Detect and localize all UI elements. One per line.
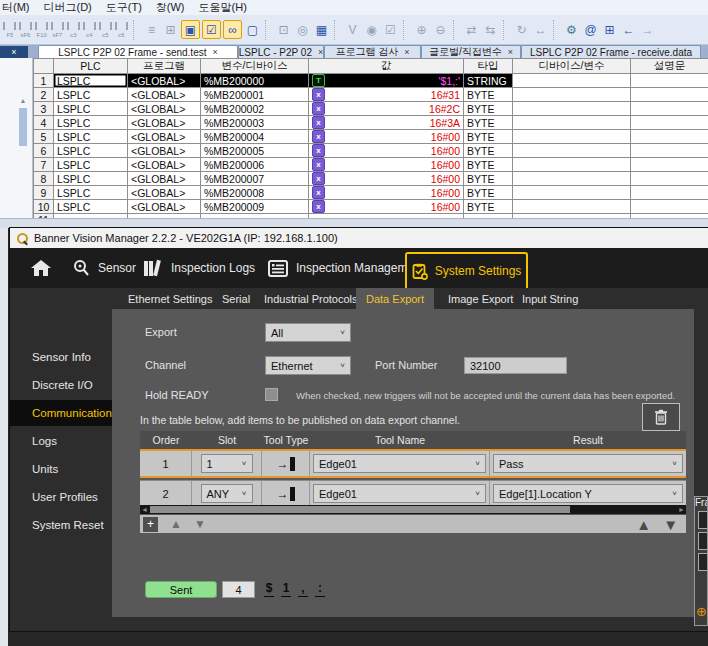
payload-char: 1 <box>281 581 291 597</box>
nav-sensor[interactable]: Sensor <box>72 256 136 280</box>
chart-icon[interactable]: ▦ <box>313 21 330 38</box>
add-row-button[interactable]: + <box>143 517 158 532</box>
menu-window[interactable]: 창(W) <box>156 0 185 15</box>
channel-select[interactable]: Ethernet˅ <box>265 356 351 375</box>
contact-v-icon[interactable]: V <box>344 21 361 38</box>
sidebar-item-logs[interactable]: Logs <box>10 428 122 454</box>
toolbar-fkey-button[interactable]: sF6 <box>18 22 33 38</box>
table-icon[interactable]: ⊞ <box>601 21 618 38</box>
slot-select[interactable]: 1˅ <box>201 454 253 473</box>
toolbar-fkey-button[interactable]: F10 <box>34 22 49 38</box>
frame-icon[interactable]: ▢ <box>244 21 261 38</box>
nav-inspection-management[interactable]: Inspection Management <box>268 256 424 280</box>
scroll-right-icon[interactable]: ► <box>677 505 686 514</box>
gear-icon[interactable]: ⚙ <box>563 21 580 38</box>
grid-icon[interactable]: ⊞ <box>162 21 179 38</box>
menu-help[interactable]: 도움말(H) <box>199 0 247 15</box>
tab-p2p-02[interactable]: LSPLC - P2P 02× <box>238 45 324 58</box>
nav-home[interactable] <box>30 256 52 280</box>
app-magnifier-icon <box>16 232 28 244</box>
clipped-button[interactable] <box>698 511 708 529</box>
sidebar-item-system-reset[interactable]: System Reset <box>10 512 122 538</box>
clipboard-icon[interactable]: ⊡ <box>275 21 292 38</box>
table-row: 6 LSPLC <GLOBAL> %MB200005 x16#00 BYTE <box>34 144 708 158</box>
scroll-up-icon[interactable]: ▲ <box>19 96 27 106</box>
result-select[interactable]: Pass˅ <box>493 454 683 473</box>
sidebar-item-communications[interactable]: Communications <box>10 400 126 426</box>
menu-tools[interactable]: 도구(T) <box>106 0 142 15</box>
tab-global-vars[interactable]: 글로벌/직접변수× <box>421 45 521 58</box>
close-icon[interactable]: × <box>404 47 409 57</box>
swap-alt-icon[interactable]: ⇆ <box>482 21 499 38</box>
tool-name-select[interactable]: Edge01˅ <box>313 484 486 503</box>
toolbar-fkey-button[interactable]: c6 <box>114 22 129 38</box>
toolbar-fkey-button[interactable]: c5 <box>98 22 113 38</box>
scroll-up-button[interactable]: ▲ <box>636 516 651 533</box>
zoom-out-icon[interactable]: ⊖ <box>432 21 449 38</box>
scroll-down-button[interactable]: ▼ <box>663 516 678 533</box>
scrollbar-thumb[interactable] <box>19 108 27 146</box>
col-plc: PLC <box>54 59 128 74</box>
tool-name-select[interactable]: Edge01˅ <box>313 454 486 473</box>
close-icon[interactable]: × <box>212 47 217 57</box>
forward-icon[interactable]: → <box>639 21 656 38</box>
close-icon[interactable]: × <box>508 47 513 57</box>
monitor-check-icon[interactable]: ☑ <box>202 20 221 39</box>
export-row-2[interactable]: 2 ANY˅ → Edge01˅ Edge[1].Location Y˅ <box>140 480 686 507</box>
toolbar-fkey-button[interactable]: c3 <box>66 22 81 38</box>
swap-icon[interactable]: ⇄ <box>463 21 480 38</box>
port-number-input[interactable]: 32100 <box>464 357 567 374</box>
toolbar-fkey-button[interactable]: F5 <box>2 22 17 38</box>
hold-ready-checkbox[interactable] <box>265 388 278 401</box>
plc-cell-editing[interactable]: LSPLC <box>54 74 128 88</box>
slot-select[interactable]: ANY˅ <box>201 484 253 503</box>
menu-monitor[interactable]: 터(M) <box>2 0 30 15</box>
sent-status-button[interactable]: Sent <box>145 581 217 598</box>
tab-program-check[interactable]: 프로그램 검사× <box>324 45 421 58</box>
folder-icon[interactable]: ▣ <box>181 20 200 39</box>
check-icon[interactable]: ☑ <box>382 21 399 38</box>
docked-tab-fragment[interactable]: × <box>0 46 28 58</box>
at-icon[interactable]: @ <box>582 21 599 38</box>
export-row-1[interactable]: 1 1˅ → Edge01˅ Pass˅ <box>140 449 686 478</box>
sidebar-item-units[interactable]: Units <box>10 456 122 482</box>
resize-icon[interactable]: ↔ <box>532 21 549 38</box>
nav-inspection-logs[interactable]: Inspection Logs <box>143 256 255 280</box>
move-down-button[interactable]: ▼ <box>194 517 206 531</box>
hscrollbar-thumb[interactable] <box>150 506 570 513</box>
export-select[interactable]: All˅ <box>265 323 351 342</box>
toolbar-fkey-button[interactable]: c4 <box>82 22 97 38</box>
subtab-image-export[interactable]: Image Export <box>438 288 523 309</box>
chevron-down-icon: ˅ <box>340 361 345 370</box>
coil-icon[interactable]: ◉ <box>363 21 380 38</box>
sidebar-item-discrete-io[interactable]: Discrete I/O <box>10 372 122 398</box>
subtab-ethernet-settings[interactable]: Ethernet Settings <box>118 288 222 309</box>
back-icon[interactable]: ← <box>620 21 637 38</box>
sidebar-item-sensor-info[interactable]: Sensor Info <box>10 344 122 370</box>
subtab-input-string[interactable]: Input String <box>512 288 588 309</box>
delete-row-button[interactable] <box>642 403 680 431</box>
toolbar-fkey-button[interactable]: sF7 <box>50 22 65 38</box>
export-table-hscrollbar[interactable]: ◄ ► <box>140 505 686 514</box>
subtab-serial[interactable]: Serial <box>212 288 260 309</box>
result-select[interactable]: Edge[1].Location Y˅ <box>493 484 683 503</box>
close-icon[interactable]: × <box>318 47 323 57</box>
tab-send-test[interactable]: LSPLC P2P 02 Frame - send.test× <box>38 45 238 58</box>
subtab-data-export[interactable]: Data Export <box>356 288 434 309</box>
list-icon[interactable]: ≡ <box>143 21 160 38</box>
scroll-left-icon[interactable]: ◄ <box>140 505 149 514</box>
binoculars-icon[interactable]: ∞ <box>223 20 242 39</box>
sent-payload-chars: $ 1 , : <box>264 581 325 597</box>
menu-debug[interactable]: 디버그(D) <box>44 0 92 15</box>
move-up-button[interactable]: ▲ <box>170 517 182 531</box>
tab-receive-data[interactable]: LSPLC P2P 02 Frame - receive.data <box>521 45 701 58</box>
refresh-icon[interactable]: ↻ <box>513 21 530 38</box>
zoom-in-icon[interactable]: ⊕ <box>413 21 430 38</box>
clipped-button[interactable] <box>698 532 708 550</box>
target-icon[interactable]: ◎ <box>294 21 311 38</box>
sidebar-item-user-profiles[interactable]: User Profiles <box>10 484 122 510</box>
add-circle-icon[interactable]: ⊕ <box>696 604 707 619</box>
clipped-button[interactable] <box>698 553 708 571</box>
nav-system-settings[interactable]: System Settings <box>405 252 528 288</box>
subtab-industrial-protocols[interactable]: Industrial Protocols <box>254 288 368 309</box>
